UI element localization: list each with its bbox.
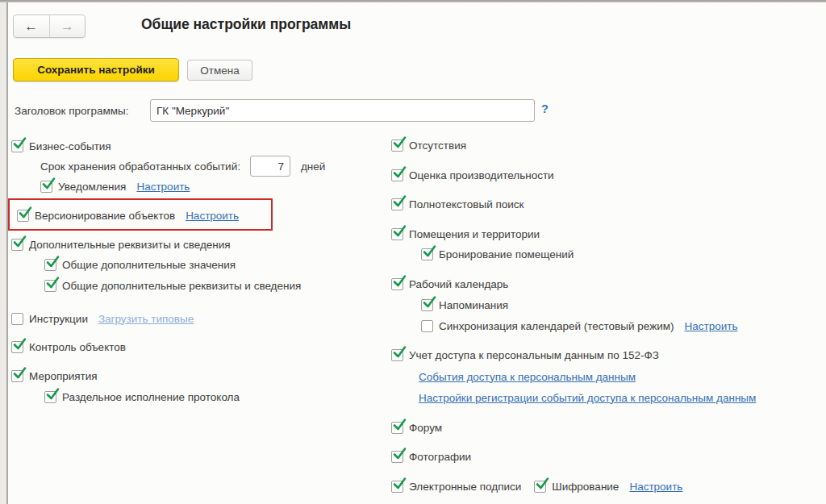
personal-data-settings-row: Настройки регистрации событий доступа к … [419, 390, 756, 405]
setting-work-calendar: Рабочий календарь [391, 277, 508, 291]
check-icon [392, 224, 407, 239]
setting-label[interactable]: Напоминания [439, 299, 508, 311]
setting-label[interactable]: Учет доступа к персональным данным по 15… [409, 349, 659, 361]
setting-retention: Срок хранения обработанных событий: дней [40, 156, 325, 177]
setting-label[interactable]: Дополнительные реквизиты и сведения [29, 239, 231, 251]
setting-versioning: Версионирование объектов Настроить [17, 208, 239, 223]
setting-label[interactable]: Оценка производительности [409, 169, 554, 181]
setting-fulltext-search: Полнотекстовый поиск [391, 197, 524, 211]
checkbox[interactable] [421, 248, 433, 260]
load-default-link[interactable]: Загрузить типовые [98, 313, 194, 325]
checkbox[interactable] [391, 481, 403, 493]
checkbox[interactable] [11, 239, 23, 251]
setting-additional-attrs: Дополнительные реквизиты и сведения [11, 237, 231, 252]
setting-label[interactable]: Бронирование помещений [439, 248, 574, 260]
left-arrow-icon: ← [24, 19, 38, 35]
setting-label[interactable]: Общие дополнительные значения [62, 259, 236, 271]
personal-data-events-link[interactable]: События доступа к персональным данным [419, 371, 636, 383]
personal-data-events-row: События доступа к персональным данным [419, 369, 636, 384]
setting-label[interactable]: Полнотекстовый поиск [409, 198, 524, 210]
save-settings-button[interactable]: Сохранить настройки [13, 58, 179, 81]
checkbox[interactable] [421, 299, 433, 311]
forward-button[interactable]: → [50, 15, 86, 37]
setting-label[interactable]: Мероприятия [29, 370, 98, 382]
setting-room-booking: Бронирование помещений [421, 247, 574, 261]
configure-link[interactable]: Настроить [136, 181, 190, 193]
setting-absences: Отсутствия [391, 138, 466, 152]
program-title-label: Заголовок программы: [15, 105, 129, 117]
setting-label[interactable]: Уведомления [58, 181, 126, 193]
setting-label[interactable]: Электронные подписи [409, 481, 521, 493]
setting-label[interactable]: Фотографии [409, 451, 471, 463]
checkbox[interactable] [11, 313, 23, 325]
configure-link[interactable]: Настроить [186, 210, 239, 222]
setting-common-values: Общие дополнительные значения [44, 257, 236, 272]
checkbox[interactable] [421, 320, 433, 332]
checkbox[interactable] [44, 280, 56, 292]
right-arrow-icon: → [60, 19, 74, 35]
setting-events: Мероприятия [11, 369, 98, 383]
configure-link[interactable]: Настроить [629, 481, 682, 493]
setting-label[interactable]: Отсутствия [409, 140, 466, 152]
check-icon [41, 177, 56, 191]
setting-performance: Оценка производительности [391, 168, 554, 182]
check-icon [12, 337, 27, 352]
setting-common-attrs: Общие дополнительные реквизиты и сведени… [44, 278, 301, 293]
checkbox[interactable] [391, 349, 403, 361]
configure-link[interactable]: Настроить [685, 320, 738, 332]
setting-label[interactable]: Общие дополнительные реквизиты и сведени… [62, 280, 301, 292]
checkbox[interactable] [11, 370, 23, 382]
setting-label[interactable]: Бизнес-события [29, 140, 111, 152]
checkbox[interactable] [391, 278, 403, 290]
checkbox[interactable] [534, 481, 546, 493]
checkbox[interactable] [391, 422, 403, 434]
check-icon [392, 447, 407, 461]
setting-premises: Помещения и территории [391, 227, 540, 241]
setting-business-events: Бизнес-события [11, 139, 111, 153]
checkbox[interactable] [40, 181, 52, 193]
check-icon [422, 244, 436, 259]
check-icon [18, 206, 32, 220]
program-title-input[interactable] [150, 99, 535, 122]
check-icon [392, 477, 407, 491]
check-icon [392, 194, 407, 209]
setting-label[interactable]: Синхронизация календарей (тестовый режим… [439, 320, 674, 332]
help-icon[interactable]: ? [541, 102, 549, 115]
setting-label[interactable]: Рабочий календарь [409, 278, 508, 290]
setting-label[interactable]: Версионирование объектов [35, 210, 175, 222]
checkbox[interactable] [11, 140, 23, 152]
setting-label[interactable]: Контроль объектов [29, 341, 126, 353]
personal-data-settings-link[interactable]: Настройки регистрации событий доступа к … [419, 392, 756, 404]
back-button[interactable]: ← [14, 15, 50, 37]
setting-label[interactable]: Помещения и территории [409, 228, 540, 240]
setting-object-control: Контроль объектов [11, 339, 126, 354]
setting-label[interactable]: Форум [409, 422, 442, 434]
check-icon [45, 387, 60, 402]
checkbox[interactable] [44, 259, 56, 271]
checkbox[interactable] [17, 210, 29, 222]
check-icon [392, 165, 407, 180]
cancel-button[interactable]: Отмена [187, 60, 252, 81]
checkbox[interactable] [391, 169, 403, 181]
check-icon [535, 477, 549, 491]
setting-protocol-split: Раздельное исполнение протокола [44, 389, 240, 404]
left-panel-divider [6, 2, 8, 504]
checkbox[interactable] [44, 391, 56, 403]
retention-suffix: дней [301, 160, 325, 173]
setting-label[interactable]: Раздельное исполнение протокола [62, 391, 240, 403]
check-icon [12, 136, 27, 151]
check-icon [422, 295, 436, 310]
window-top-border [0, 0, 826, 2]
setting-instructions: Инструкции Загрузить типовые [11, 311, 194, 326]
setting-signatures-encryption: Электронные подписи Шифрование Настроить [391, 479, 682, 494]
retention-days-input[interactable] [250, 156, 290, 177]
checkbox[interactable] [391, 140, 403, 152]
check-icon [45, 276, 60, 290]
checkbox[interactable] [391, 228, 403, 240]
check-icon [392, 135, 407, 150]
checkbox[interactable] [391, 451, 403, 463]
setting-label[interactable]: Шифрование [552, 481, 619, 493]
checkbox[interactable] [391, 198, 403, 210]
setting-label[interactable]: Инструкции [29, 313, 88, 325]
checkbox[interactable] [11, 341, 23, 353]
